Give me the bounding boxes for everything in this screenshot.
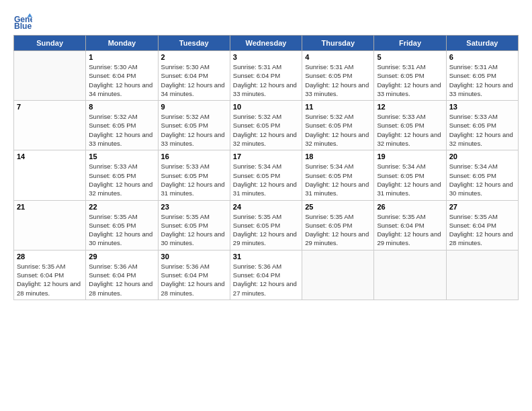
weekday-header-wednesday: Wednesday — [230, 36, 302, 51]
day-number: 5 — [377, 53, 443, 61]
day-info: Sunrise: 5:33 AM Sunset: 6:05 PM Dayligh… — [89, 162, 154, 197]
calendar-cell: 22Sunrise: 5:35 AM Sunset: 6:05 PM Dayli… — [86, 200, 158, 250]
day-number: 26 — [377, 203, 443, 211]
calendar-cell: 11Sunrise: 5:32 AM Sunset: 6:05 PM Dayli… — [302, 101, 374, 150]
day-number: 11 — [305, 103, 371, 111]
day-number: 25 — [305, 203, 371, 211]
day-number: 4 — [305, 53, 371, 61]
day-number: 18 — [305, 152, 371, 161]
logo: General Blue — [13, 12, 35, 31]
week-row-3: 1415Sunrise: 5:33 AM Sunset: 6:05 PM Day… — [14, 150, 519, 200]
calendar-cell: 4Sunrise: 5:31 AM Sunset: 6:05 PM Daylig… — [302, 51, 374, 101]
day-info: Sunrise: 5:32 AM Sunset: 6:05 PM Dayligh… — [89, 112, 154, 148]
day-number: 23 — [161, 203, 227, 211]
calendar-cell: 8Sunrise: 5:32 AM Sunset: 6:05 PM Daylig… — [86, 101, 158, 150]
day-info: Sunrise: 5:34 AM Sunset: 6:05 PM Dayligh… — [305, 162, 371, 197]
week-row-1: 1Sunrise: 5:30 AM Sunset: 6:04 PM Daylig… — [14, 51, 519, 101]
day-number: 31 — [233, 253, 299, 261]
day-info: Sunrise: 5:33 AM Sunset: 6:05 PM Dayligh… — [449, 112, 515, 148]
weekday-header-row: SundayMondayTuesdayWednesdayThursdayFrid… — [14, 36, 519, 51]
day-info: Sunrise: 5:35 AM Sunset: 6:04 PM Dayligh… — [17, 262, 83, 298]
day-info: Sunrise: 5:35 AM Sunset: 6:04 PM Dayligh… — [377, 212, 443, 248]
calendar-cell: 31Sunrise: 5:36 AM Sunset: 6:04 PM Dayli… — [230, 250, 302, 300]
calendar-cell: 28Sunrise: 5:35 AM Sunset: 6:04 PM Dayli… — [14, 250, 86, 300]
calendar-cell: 2Sunrise: 5:30 AM Sunset: 6:04 PM Daylig… — [158, 51, 230, 101]
day-number: 10 — [233, 103, 299, 111]
day-info: Sunrise: 5:30 AM Sunset: 6:04 PM Dayligh… — [161, 62, 227, 98]
day-number: 7 — [17, 103, 83, 111]
calendar-cell: 17Sunrise: 5:34 AM Sunset: 6:05 PM Dayli… — [230, 150, 302, 200]
weekday-header-thursday: Thursday — [302, 36, 374, 51]
day-info: Sunrise: 5:31 AM Sunset: 6:05 PM Dayligh… — [449, 62, 515, 98]
week-row-2: 78Sunrise: 5:32 AM Sunset: 6:05 PM Dayli… — [14, 101, 519, 150]
calendar-cell: 27Sunrise: 5:35 AM Sunset: 6:04 PM Dayli… — [446, 200, 518, 250]
day-number: 12 — [377, 103, 443, 111]
calendar-cell: 25Sunrise: 5:35 AM Sunset: 6:05 PM Dayli… — [302, 200, 374, 250]
day-number: 22 — [89, 203, 154, 211]
day-number: 15 — [89, 152, 154, 161]
svg-text:Blue: Blue — [14, 21, 32, 31]
day-number: 29 — [89, 253, 154, 261]
day-info: Sunrise: 5:35 AM Sunset: 6:05 PM Dayligh… — [233, 212, 299, 248]
calendar-cell: 21 — [14, 200, 86, 250]
day-info: Sunrise: 5:32 AM Sunset: 6:05 PM Dayligh… — [233, 112, 299, 148]
calendar-cell: 13Sunrise: 5:33 AM Sunset: 6:05 PM Dayli… — [446, 101, 518, 150]
week-row-5: 28Sunrise: 5:35 AM Sunset: 6:04 PM Dayli… — [14, 250, 519, 300]
day-info: Sunrise: 5:30 AM Sunset: 6:04 PM Dayligh… — [89, 62, 154, 98]
day-number: 9 — [161, 103, 227, 111]
day-info: Sunrise: 5:32 AM Sunset: 6:05 PM Dayligh… — [161, 112, 227, 148]
calendar-cell: 7 — [14, 101, 86, 150]
calendar-cell: 14 — [14, 150, 86, 200]
day-number: 6 — [449, 53, 515, 61]
calendar-cell: 5Sunrise: 5:31 AM Sunset: 6:05 PM Daylig… — [374, 51, 446, 101]
day-number: 21 — [17, 203, 83, 211]
calendar-cell: 19Sunrise: 5:34 AM Sunset: 6:05 PM Dayli… — [374, 150, 446, 200]
calendar-cell: 23Sunrise: 5:35 AM Sunset: 6:05 PM Dayli… — [158, 200, 230, 250]
day-number: 2 — [161, 53, 227, 61]
day-info: Sunrise: 5:35 AM Sunset: 6:05 PM Dayligh… — [305, 212, 371, 248]
day-number: 20 — [449, 152, 515, 161]
calendar-cell: 6Sunrise: 5:31 AM Sunset: 6:05 PM Daylig… — [446, 51, 518, 101]
header: General Blue — [13, 7, 519, 31]
day-number: 16 — [161, 152, 227, 161]
day-info: Sunrise: 5:34 AM Sunset: 6:05 PM Dayligh… — [449, 162, 515, 197]
day-number: 3 — [233, 53, 299, 61]
calendar-cell: 12Sunrise: 5:33 AM Sunset: 6:05 PM Dayli… — [374, 101, 446, 150]
day-info: Sunrise: 5:31 AM Sunset: 6:04 PM Dayligh… — [233, 62, 299, 98]
weekday-header-monday: Monday — [86, 36, 158, 51]
weekday-header-tuesday: Tuesday — [158, 36, 230, 51]
calendar-cell — [14, 51, 86, 101]
day-number: 17 — [233, 152, 299, 161]
calendar-cell: 29Sunrise: 5:36 AM Sunset: 6:04 PM Dayli… — [86, 250, 158, 300]
day-info: Sunrise: 5:33 AM Sunset: 6:05 PM Dayligh… — [161, 162, 227, 197]
day-number: 13 — [449, 103, 515, 111]
calendar-cell — [446, 250, 518, 300]
day-info: Sunrise: 5:31 AM Sunset: 6:05 PM Dayligh… — [305, 62, 371, 98]
weekday-header-saturday: Saturday — [446, 36, 518, 51]
day-number: 14 — [17, 152, 83, 161]
calendar-cell: 9Sunrise: 5:32 AM Sunset: 6:05 PM Daylig… — [158, 101, 230, 150]
day-info: Sunrise: 5:33 AM Sunset: 6:05 PM Dayligh… — [377, 112, 443, 148]
calendar-cell: 30Sunrise: 5:36 AM Sunset: 6:04 PM Dayli… — [158, 250, 230, 300]
day-info: Sunrise: 5:34 AM Sunset: 6:05 PM Dayligh… — [233, 162, 299, 197]
day-number: 28 — [17, 253, 83, 261]
calendar-cell: 16Sunrise: 5:33 AM Sunset: 6:05 PM Dayli… — [158, 150, 230, 200]
day-info: Sunrise: 5:31 AM Sunset: 6:05 PM Dayligh… — [377, 62, 443, 98]
calendar-cell: 26Sunrise: 5:35 AM Sunset: 6:04 PM Dayli… — [374, 200, 446, 250]
day-number: 1 — [89, 53, 154, 61]
day-info: Sunrise: 5:36 AM Sunset: 6:04 PM Dayligh… — [233, 262, 299, 298]
logo-icon: General Blue — [13, 12, 32, 31]
calendar-cell — [374, 250, 446, 300]
weekday-header-friday: Friday — [374, 36, 446, 51]
day-number: 8 — [89, 103, 154, 111]
day-info: Sunrise: 5:35 AM Sunset: 6:04 PM Dayligh… — [449, 212, 515, 248]
day-info: Sunrise: 5:34 AM Sunset: 6:05 PM Dayligh… — [377, 162, 443, 197]
calendar-cell — [302, 250, 374, 300]
day-number: 30 — [161, 253, 227, 261]
calendar-cell: 15Sunrise: 5:33 AM Sunset: 6:05 PM Dayli… — [86, 150, 158, 200]
day-number: 19 — [377, 152, 443, 161]
day-number: 27 — [449, 203, 515, 211]
calendar-cell: 24Sunrise: 5:35 AM Sunset: 6:05 PM Dayli… — [230, 200, 302, 250]
calendar-table: SundayMondayTuesdayWednesdayThursdayFrid… — [13, 35, 519, 300]
day-info: Sunrise: 5:32 AM Sunset: 6:05 PM Dayligh… — [305, 112, 371, 148]
